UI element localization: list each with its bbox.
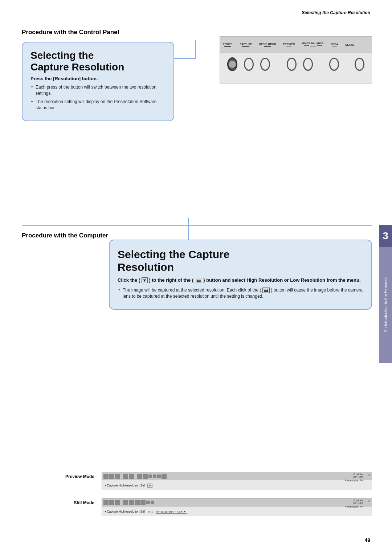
still-toolbar: [102, 498, 372, 506]
panel-top-strip: POWER CAPTURE RESOLUTION PREVIEW: [220, 37, 372, 53]
preview-toolbar: [102, 472, 372, 480]
panel-label-resolution: RESOLUTION: [259, 43, 276, 47]
panel-label-detail: DETAIL: [345, 44, 354, 46]
callout2-bullet-1: The image will be captured at the select…: [118, 287, 363, 300]
panel-button-3: [260, 58, 270, 71]
preview-item-1: • Capture High-resolution Still: [105, 484, 145, 487]
still-toolbar-icon-1: [103, 500, 109, 505]
still-fit-dropdown: Fit to Screen ~ 42% ▼: [156, 510, 188, 514]
preview-mode-screenshot: ✕ C:adobe021HRSPresentation TV: [102, 472, 372, 490]
panel-bottom: [220, 53, 372, 76]
toolbar-icon-6: [137, 474, 142, 479]
still-toolbar-icon-5: [129, 500, 134, 505]
connector-vertical-1: [195, 40, 196, 59]
page-number-text: 49: [364, 537, 370, 543]
callout1-bullets: Each press of the button will switch bet…: [30, 84, 166, 111]
toolbar-icon-9: [153, 474, 156, 478]
toolbar-icon-10: [157, 474, 161, 478]
panel-label-white-balance: WHITE BALANCE AUTO: [302, 42, 323, 48]
still-close-icon: ✕: [368, 499, 371, 503]
toolbar-icon-11: [162, 474, 167, 479]
preview-mode-row: Preview Mode ✕ C:adobe021HRSPresentation…: [22, 472, 372, 490]
preview-status-bar: • Capture High-resolution Still ▼: [102, 480, 372, 490]
section2-heading: Procedure with the Computer: [22, 232, 372, 239]
toolbar-icon-7: [143, 474, 148, 479]
preview-item-arrow: ▼: [147, 484, 152, 488]
callout1-title-line2: Capture Resolution: [30, 61, 124, 73]
camera-panel-image: POWER CAPTURE RESOLUTION PREVIEW: [220, 36, 372, 83]
toolbar-icon-8: [148, 474, 152, 478]
preview-right-info: C:adobe021HRSPresentation TV: [345, 473, 363, 482]
still-mode-row: Still Mode ✕ C:adobe021HRSPresentation T…: [22, 498, 372, 516]
toolbar-icon-1: [103, 474, 109, 479]
panel-button-1: [227, 57, 237, 71]
panel-label-preview: PREVIEW: [283, 43, 295, 47]
panel-button-6: [329, 58, 339, 71]
section1-heading: Procedure with the Control Panel: [22, 29, 372, 36]
callout2-subtitle: Click the ( ▼ ) to the right of the ( 📷 …: [118, 277, 363, 284]
chapter-number-text: 3: [383, 230, 388, 242]
main-content: Procedure with the Control Panel POWER C…: [22, 22, 372, 532]
still-toolbar-icon-9: [151, 501, 154, 504]
toolbar-icon-4: [123, 474, 128, 479]
panel-label-power: POWER: [223, 43, 232, 47]
still-item-1: • Capture High-resolution Still: [105, 510, 145, 513]
panel-label-capture: CAPTURE: [240, 43, 252, 47]
preview-close-icon: ✕: [368, 473, 371, 477]
callout-box-2: Selecting the Capture Resolution Click t…: [109, 240, 372, 310]
panel-button-7: [355, 58, 364, 71]
toolbar-icon-5: [129, 474, 134, 479]
connector-vertical-2: [188, 218, 189, 240]
callout2-title-line1: Selecting the Capture: [118, 248, 229, 260]
callout1-title-line1: Selecting the: [30, 50, 94, 61]
still-toolbar-icon-3: [115, 500, 120, 505]
section1: Procedure with the Control Panel POWER C…: [22, 22, 372, 42]
callout2-bullets: The image will be captured at the select…: [118, 287, 363, 300]
still-mode-label: Still Mode: [22, 498, 102, 505]
callout-box-1: Selecting the Capture Resolution Press t…: [22, 42, 174, 121]
section2: Procedure with the Computer Selecting th…: [22, 225, 372, 245]
still-mode-screenshot: ✕ C:adobe021HRSPresentation TV: [102, 498, 372, 516]
callout2-title: Selecting the Capture Resolution: [118, 248, 363, 273]
still-right-info: C:adobe021HRSPresentation TV: [345, 499, 363, 508]
status-area: Preview Mode ✕ C:adobe021HRSPresentation…: [22, 472, 372, 524]
section1-rule: [22, 22, 372, 22]
toolbar-icon-3: [115, 474, 120, 479]
connector-horizontal-1: [174, 58, 196, 59]
chapter-tab: An Introduction to the Features: [379, 247, 392, 363]
chapter-number: 3: [379, 225, 392, 247]
panel-label-nega: NEGA: [331, 43, 338, 47]
still-toolbar-icon-2: [109, 500, 114, 505]
still-toolbar-icon-8: [146, 501, 150, 504]
toolbar-icon-2: [109, 474, 114, 479]
panel-button-5: [303, 58, 313, 71]
page-header: Selecting the Capture Resolution: [302, 10, 370, 15]
still-toolbar-icon-4: [123, 500, 128, 505]
header-text: Selecting the Capture Resolution: [302, 10, 370, 15]
still-toolbar-icon-7: [140, 500, 146, 505]
section2-rule: [22, 225, 372, 225]
preview-mode-label: Preview Mode: [22, 472, 102, 479]
still-toolbar-icon-6: [135, 500, 140, 505]
chapter-label: An Introduction to the Features: [383, 277, 388, 332]
page-number: 49: [364, 537, 370, 543]
still-status-bar: • Capture High-resolution Still of 1 Fit…: [102, 506, 372, 516]
callout2-title-line2: Resolution: [118, 261, 174, 273]
still-page-info: of 1: [148, 510, 153, 513]
camera-panel-area: POWER CAPTURE RESOLUTION PREVIEW: [220, 36, 372, 83]
callout1-subtitle: Press the [Resolution] button.: [30, 76, 166, 81]
callout1-bullet-1: Each press of the button will switch bet…: [30, 84, 166, 97]
callout1-title: Selecting the Capture Resolution: [30, 50, 166, 73]
panel-button-2: [244, 58, 254, 71]
callout1-bullet-2: The resolution setting will display on t…: [30, 99, 166, 111]
panel-button-4: [287, 58, 297, 71]
